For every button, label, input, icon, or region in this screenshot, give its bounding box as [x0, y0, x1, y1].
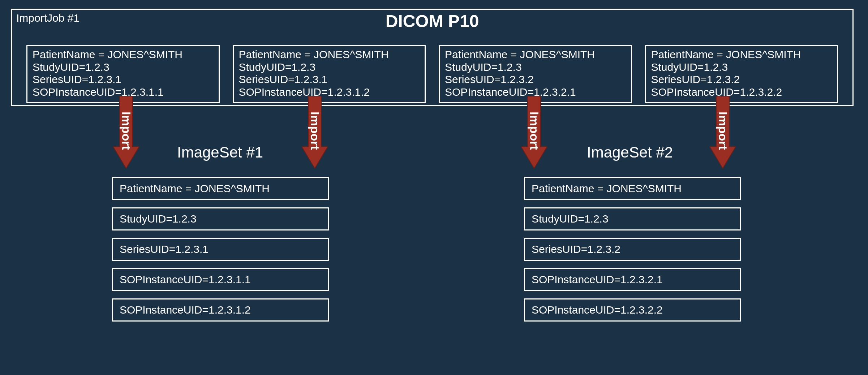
import-job-container: ImportJob #1 DICOM P10 PatientName = JON…: [11, 9, 854, 106]
imageset-row: SOPInstanceUID=1.2.3.1.2: [112, 298, 329, 322]
import-arrow-icon: Import: [521, 96, 547, 168]
instance-patient: PatientName = JONES^SMITH: [445, 48, 626, 61]
imageset-row: SeriesUID=1.2.3.1: [112, 238, 329, 261]
instance-row: PatientName = JONES^SMITH StudyUID=1.2.3…: [26, 45, 838, 103]
import-arrow-icon: Import: [113, 96, 139, 168]
arrow-label: Import: [527, 112, 541, 150]
instance-sop: SOPInstanceUID=1.2.3.2.2: [651, 86, 832, 99]
arrow-label: Import: [308, 112, 322, 150]
imageset-row: SOPInstanceUID=1.2.3.2.1: [524, 268, 741, 291]
import-job-label: ImportJob #1: [16, 12, 80, 24]
imageset-row: SOPInstanceUID=1.2.3.2.2: [524, 298, 741, 322]
instance-sop: SOPInstanceUID=1.2.3.1.2: [239, 86, 420, 99]
imageset-row: SOPInstanceUID=1.2.3.1.1: [112, 268, 329, 291]
instance-study: StudyUID=1.2.3: [445, 61, 626, 74]
instance-study: StudyUID=1.2.3: [651, 61, 832, 74]
imageset-row: SeriesUID=1.2.3.2: [524, 238, 741, 261]
imageset-row: StudyUID=1.2.3: [112, 207, 329, 230]
imageset-title: ImageSet #2: [587, 144, 673, 161]
instance-study: StudyUID=1.2.3: [239, 61, 420, 74]
instance-series: SeriesUID=1.2.3.2: [445, 73, 626, 86]
instance-patient: PatientName = JONES^SMITH: [651, 48, 832, 61]
instance-series: SeriesUID=1.2.3.1: [33, 73, 214, 86]
instance-series: SeriesUID=1.2.3.1: [239, 73, 420, 86]
instance-series: SeriesUID=1.2.3.2: [651, 73, 832, 86]
imageset-row: PatientName = JONES^SMITH: [112, 177, 329, 200]
imageset-container: PatientName = JONES^SMITH StudyUID=1.2.3…: [524, 177, 741, 329]
imageset-title: ImageSet #1: [177, 144, 263, 161]
dicom-instance: PatientName = JONES^SMITH StudyUID=1.2.3…: [233, 45, 426, 103]
dicom-title: DICOM P10: [386, 11, 479, 31]
imageset-row: StudyUID=1.2.3: [524, 207, 741, 230]
import-arrow-icon: Import: [710, 96, 736, 168]
arrow-label: Import: [716, 112, 730, 150]
dicom-instance: PatientName = JONES^SMITH StudyUID=1.2.3…: [26, 45, 220, 103]
imageset-container: PatientName = JONES^SMITH StudyUID=1.2.3…: [112, 177, 329, 329]
instance-patient: PatientName = JONES^SMITH: [239, 48, 420, 61]
arrow-label: Import: [119, 112, 133, 150]
dicom-instance: PatientName = JONES^SMITH StudyUID=1.2.3…: [439, 45, 632, 103]
dicom-instance: PatientName = JONES^SMITH StudyUID=1.2.3…: [645, 45, 838, 103]
import-arrow-icon: Import: [302, 96, 328, 168]
instance-patient: PatientName = JONES^SMITH: [33, 48, 214, 61]
imageset-row: PatientName = JONES^SMITH: [524, 177, 741, 200]
instance-study: StudyUID=1.2.3: [33, 61, 214, 74]
